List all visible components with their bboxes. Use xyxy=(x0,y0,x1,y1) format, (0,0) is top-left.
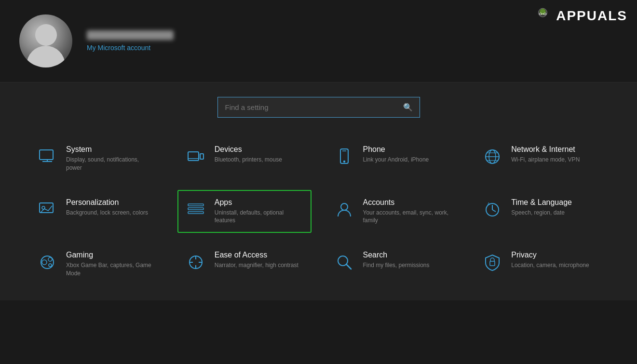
time-icon: A xyxy=(482,200,502,220)
setting-desc-search: Find my files, permissions xyxy=(363,261,430,270)
setting-desc-accounts: Your accounts, email, sync, work, family xyxy=(363,209,452,225)
svg-rect-5 xyxy=(40,150,53,160)
main-content: 🔍 SystemDisplay, sound, notifications, p… xyxy=(0,82,637,300)
setting-item-apps[interactable]: AppsUninstall, defaults, optional featur… xyxy=(177,190,312,233)
setting-title-accounts: Accounts xyxy=(363,198,452,207)
setting-item-time[interactable]: ATime & LanguageSpeech, region, date xyxy=(474,190,608,233)
setting-title-gaming: Gaming xyxy=(66,251,155,259)
settings-grid: SystemDisplay, sound, notifications, pow… xyxy=(29,137,608,286)
setting-title-network: Network & Internet xyxy=(511,145,580,154)
devices-icon xyxy=(186,147,206,167)
setting-title-search: Search xyxy=(363,251,430,259)
svg-rect-22 xyxy=(188,208,203,210)
setting-desc-system: Display, sound, notifications, power xyxy=(66,156,155,172)
setting-title-time: Time & Language xyxy=(511,198,572,207)
gaming-icon xyxy=(37,252,57,272)
system-icon xyxy=(37,147,57,167)
setting-title-ease: Ease of Access xyxy=(215,251,298,259)
setting-title-devices: Devices xyxy=(215,145,282,154)
setting-item-phone[interactable]: PhoneLink your Android, iPhone xyxy=(326,137,460,180)
svg-rect-23 xyxy=(188,212,203,214)
svg-rect-40 xyxy=(490,261,495,266)
svg-rect-21 xyxy=(188,204,203,206)
ease-icon xyxy=(186,252,206,272)
setting-title-apps: Apps xyxy=(215,198,303,207)
svg-rect-8 xyxy=(188,152,199,161)
setting-item-network[interactable]: Network & InternetWi-Fi, airplane mode, … xyxy=(474,137,608,180)
svg-point-12 xyxy=(343,161,345,162)
personalization-icon xyxy=(37,200,57,220)
phone-icon xyxy=(334,147,354,167)
svg-text:A: A xyxy=(488,202,490,205)
search-container: 🔍 xyxy=(29,97,608,118)
setting-desc-apps: Uninstall, defaults, optional features xyxy=(215,209,303,225)
setting-item-accounts[interactable]: AccountsYour accounts, email, sync, work… xyxy=(326,190,460,233)
svg-rect-9 xyxy=(200,154,203,159)
setting-item-ease[interactable]: Ease of AccessNarrator, magnifier, high … xyxy=(177,243,312,286)
watermark: APPUALS xyxy=(532,5,627,27)
setting-desc-time: Speech, region, date xyxy=(511,209,572,217)
setting-item-gaming[interactable]: GamingXbox Game Bar, captures, Game Mode xyxy=(29,243,163,286)
setting-desc-network: Wi-Fi, airplane mode, VPN xyxy=(511,156,580,164)
search-setting-icon xyxy=(334,252,354,272)
search-button[interactable]: 🔍 xyxy=(396,98,420,117)
svg-point-30 xyxy=(42,260,47,265)
avatar xyxy=(19,14,72,67)
setting-item-search[interactable]: SearchFind my files, permissions xyxy=(326,243,460,286)
watermark-text: APPUALS xyxy=(556,8,627,24)
svg-line-27 xyxy=(492,210,496,212)
header: My Microsoft account APPUALS xyxy=(0,0,637,82)
setting-desc-devices: Bluetooth, printers, mouse xyxy=(215,156,282,164)
setting-desc-gaming: Xbox Game Bar, captures, Game Mode xyxy=(66,261,155,278)
network-icon xyxy=(482,147,502,167)
watermark-icon xyxy=(532,5,554,27)
profile-name xyxy=(87,30,174,40)
setting-title-personalization: Personalization xyxy=(66,198,148,207)
setting-title-privacy: Privacy xyxy=(511,251,589,259)
microsoft-account-link[interactable]: My Microsoft account xyxy=(87,44,174,52)
setting-desc-phone: Link your Android, iPhone xyxy=(363,156,429,164)
accounts-icon xyxy=(334,200,354,220)
setting-title-phone: Phone xyxy=(363,145,429,154)
svg-line-39 xyxy=(347,265,351,269)
apps-icon xyxy=(186,200,206,220)
setting-title-system: System xyxy=(66,145,155,154)
setting-desc-privacy: Location, camera, microphone xyxy=(511,261,589,270)
search-box: 🔍 xyxy=(217,97,420,118)
setting-item-devices[interactable]: DevicesBluetooth, printers, mouse xyxy=(177,137,312,180)
search-input[interactable] xyxy=(218,97,396,117)
setting-item-privacy[interactable]: PrivacyLocation, camera, microphone xyxy=(474,243,608,286)
profile-info: My Microsoft account xyxy=(87,30,174,52)
svg-point-32 xyxy=(49,264,52,267)
svg-point-38 xyxy=(338,256,348,266)
svg-point-31 xyxy=(48,257,52,261)
setting-desc-personalization: Background, lock screen, colors xyxy=(66,209,148,217)
svg-point-24 xyxy=(341,203,348,210)
privacy-icon xyxy=(482,252,502,272)
setting-item-system[interactable]: SystemDisplay, sound, notifications, pow… xyxy=(29,137,163,180)
setting-item-personalization[interactable]: PersonalizationBackground, lock screen, … xyxy=(29,190,163,233)
setting-desc-ease: Narrator, magnifier, high contrast xyxy=(215,261,298,270)
